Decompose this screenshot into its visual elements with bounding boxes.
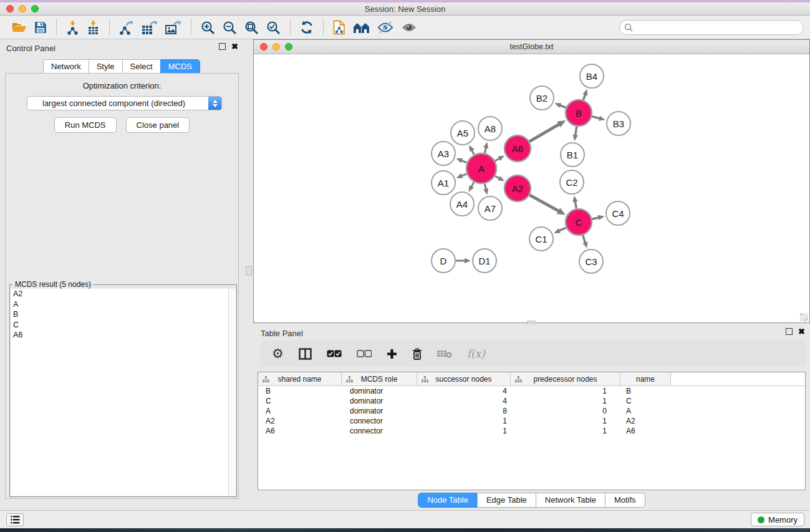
node-C1[interactable]: C1 bbox=[529, 227, 553, 251]
split-panel-button[interactable] bbox=[299, 348, 312, 360]
edge-B-B1[interactable] bbox=[573, 127, 578, 141]
node-A7[interactable]: A7 bbox=[478, 196, 502, 220]
cell-mcds-role[interactable]: dominator bbox=[342, 407, 417, 415]
show-graphics-details-button[interactable] bbox=[397, 21, 421, 34]
tab-motifs[interactable]: Motifs bbox=[605, 493, 645, 508]
edge-A-A4[interactable] bbox=[469, 182, 475, 192]
save-session-button[interactable] bbox=[31, 20, 51, 35]
node-C2[interactable]: C2 bbox=[560, 170, 584, 194]
first-neighbors-button[interactable] bbox=[349, 20, 374, 35]
tab-mcds[interactable]: MCDS bbox=[160, 59, 200, 74]
zoom-in-button[interactable] bbox=[197, 19, 219, 36]
memory-button[interactable]: Memory bbox=[751, 513, 804, 526]
close-panel-button[interactable]: Close panel bbox=[126, 117, 190, 133]
close-panel-icon[interactable]: ✖ bbox=[798, 328, 805, 335]
column-header-successor-nodes[interactable]: successor nodes bbox=[417, 372, 511, 385]
node-D[interactable]: D bbox=[432, 249, 455, 273]
node-A3[interactable]: A3 bbox=[432, 142, 455, 165]
node-B1[interactable]: B1 bbox=[561, 143, 584, 167]
table-row[interactable]: A6connector11A6 bbox=[258, 426, 805, 436]
export-table-button[interactable] bbox=[138, 19, 162, 36]
select-stepper[interactable] bbox=[208, 97, 221, 110]
close-panel-icon[interactable]: ✖ bbox=[231, 43, 238, 50]
cell-name[interactable]: A6 bbox=[620, 427, 671, 435]
edge-A2-C[interactable] bbox=[529, 195, 566, 215]
export-network-button[interactable] bbox=[115, 19, 138, 36]
node-C4[interactable]: C4 bbox=[606, 201, 630, 225]
column-header-mcds-role[interactable]: MCDS role bbox=[342, 372, 417, 385]
deselect-all-columns-button[interactable] bbox=[357, 350, 372, 357]
edge-A-A7[interactable] bbox=[483, 183, 488, 195]
zoom-out-button[interactable] bbox=[219, 19, 241, 36]
search-input[interactable] bbox=[619, 20, 804, 35]
tab-style[interactable]: Style bbox=[89, 59, 122, 74]
node-C[interactable]: C bbox=[566, 209, 592, 235]
cell-predecessor-nodes[interactable]: 1 bbox=[511, 387, 620, 395]
node-A1[interactable]: A1 bbox=[432, 171, 455, 195]
table-row[interactable]: Adominator80A bbox=[258, 406, 805, 416]
network-canvas[interactable]: B4B2BB3A5A8A6A3B1AA1C2A2A4A7C4CC1C3DD1 bbox=[254, 55, 809, 322]
cell-mcds-role[interactable]: dominator bbox=[342, 397, 417, 405]
node-B[interactable]: B bbox=[566, 100, 592, 126]
new-network-from-selection-button[interactable] bbox=[329, 19, 349, 36]
export-image-button[interactable] bbox=[162, 19, 185, 36]
table-row[interactable]: Cdominator41C bbox=[258, 396, 805, 406]
column-header-name[interactable]: name bbox=[620, 372, 671, 385]
edge-A-A5[interactable] bbox=[469, 145, 474, 154]
edge-C-C3[interactable] bbox=[582, 235, 587, 248]
delete-column-button[interactable] bbox=[412, 348, 422, 360]
tab-node-table[interactable]: Node Table bbox=[418, 493, 477, 508]
edge-B-B3[interactable] bbox=[592, 116, 605, 121]
mcds-result-item[interactable]: A6 bbox=[11, 330, 228, 341]
edge-A-A1[interactable] bbox=[456, 173, 467, 178]
add-column-button[interactable] bbox=[387, 349, 397, 359]
cell-successor-nodes[interactable]: 1 bbox=[417, 427, 511, 435]
float-panel-icon[interactable] bbox=[219, 43, 226, 50]
window-resize-grip[interactable] bbox=[800, 313, 808, 321]
node-D1[interactable]: D1 bbox=[473, 249, 496, 273]
cell-mcds-role[interactable]: connector bbox=[342, 427, 417, 435]
node-A5[interactable]: A5 bbox=[451, 121, 475, 145]
edge-D-D1[interactable] bbox=[456, 258, 471, 263]
mcds-result-item[interactable]: B bbox=[11, 309, 228, 320]
mcds-result-item[interactable]: A bbox=[11, 299, 228, 310]
tab-edge-table[interactable]: Edge Table bbox=[477, 493, 536, 508]
node-A8[interactable]: A8 bbox=[478, 117, 502, 140]
node-B3[interactable]: B3 bbox=[607, 112, 630, 135]
task-history-button[interactable] bbox=[6, 513, 24, 526]
cell-name[interactable]: C bbox=[620, 397, 671, 405]
edge-A6-B[interactable] bbox=[529, 120, 566, 142]
node-A2[interactable]: A2 bbox=[504, 175, 531, 201]
zoom-selected-button[interactable] bbox=[263, 19, 284, 36]
vertical-splitter-handle[interactable] bbox=[246, 266, 252, 276]
table-row[interactable]: Bdominator41B bbox=[258, 386, 805, 396]
cell-shared-name[interactable]: C bbox=[258, 397, 342, 405]
edge-C-C2[interactable] bbox=[572, 196, 577, 209]
cell-predecessor-nodes[interactable]: 0 bbox=[511, 407, 620, 415]
import-network-button[interactable] bbox=[62, 19, 83, 36]
cell-shared-name[interactable]: A2 bbox=[258, 417, 342, 425]
tab-network[interactable]: Network bbox=[43, 59, 89, 74]
column-header-shared-name[interactable]: shared name bbox=[258, 372, 342, 385]
cell-successor-nodes[interactable]: 4 bbox=[417, 397, 511, 405]
cell-successor-nodes[interactable]: 1 bbox=[417, 417, 511, 425]
open-session-button[interactable] bbox=[7, 20, 31, 35]
table-row[interactable]: A2connector11A2 bbox=[258, 416, 805, 426]
node-B2[interactable]: B2 bbox=[530, 86, 554, 110]
edge-C-C4[interactable] bbox=[592, 215, 604, 220]
edge-C-C1[interactable] bbox=[554, 228, 566, 233]
node-A[interactable]: A bbox=[466, 153, 496, 183]
edge-A-A3[interactable] bbox=[456, 158, 466, 163]
cell-predecessor-nodes[interactable]: 1 bbox=[511, 427, 620, 435]
cell-predecessor-nodes[interactable]: 1 bbox=[511, 417, 620, 425]
mcds-result-item[interactable]: A2 bbox=[11, 289, 228, 299]
cell-shared-name[interactable]: A6 bbox=[258, 427, 342, 435]
select-all-columns-button[interactable] bbox=[327, 350, 342, 357]
cell-name[interactable]: A2 bbox=[620, 417, 671, 425]
refresh-layout-button[interactable] bbox=[296, 19, 317, 36]
hide-graphics-details-button[interactable] bbox=[374, 20, 397, 35]
zoom-fit-button[interactable] bbox=[241, 19, 263, 36]
cell-shared-name[interactable]: B bbox=[258, 387, 342, 395]
cell-name[interactable]: B bbox=[620, 387, 671, 395]
float-panel-icon[interactable] bbox=[786, 328, 793, 335]
